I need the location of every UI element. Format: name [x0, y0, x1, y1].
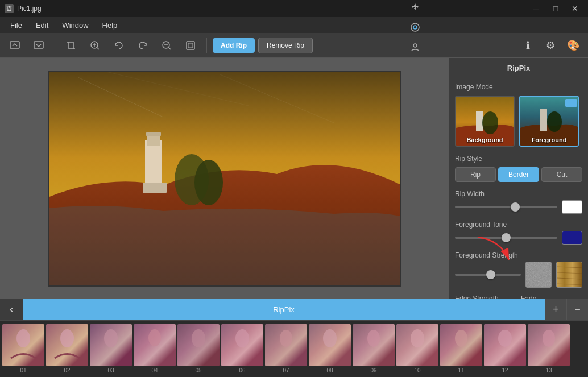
foreground-strength-texture2[interactable]	[556, 262, 582, 288]
menu-file[interactable]: File	[5, 19, 28, 32]
film-item-03[interactable]: 03	[90, 324, 132, 374]
film-num-05: 05	[177, 367, 220, 374]
rip-style-rip-button[interactable]: Rip	[455, 167, 496, 182]
rotate-left-tool-button[interactable]	[109, 35, 129, 56]
settings-tool-button[interactable]: ⚙	[540, 35, 561, 56]
crop-tool-button[interactable]	[61, 35, 81, 56]
person-tool-button[interactable]	[405, 38, 425, 58]
import-tool-button[interactable]	[5, 35, 25, 56]
zoom-out-tool-button[interactable]	[156, 35, 177, 56]
svg-point-45	[104, 329, 118, 347]
info-tool-button[interactable]: ℹ	[517, 35, 538, 56]
svg-point-13	[413, 26, 417, 29]
move-tool-button[interactable]	[405, 0, 425, 17]
zoom-in-tool-button[interactable]	[85, 35, 105, 56]
background-mode-label: Background	[466, 136, 503, 143]
svg-point-12	[411, 23, 419, 31]
film-num-03: 03	[90, 367, 132, 374]
maximize-button[interactable]: □	[547, 0, 564, 17]
film-item-11[interactable]: 11	[440, 324, 482, 374]
film-num-09: 09	[353, 367, 395, 374]
film-item-06[interactable]: 06	[221, 324, 263, 374]
edge-fade-row: Edge Strength Fade	[455, 295, 582, 299]
rip-style-cut-button[interactable]: Cut	[541, 167, 582, 182]
foreground-strength-slider[interactable]	[455, 274, 521, 276]
rip-width-slider[interactable]	[455, 206, 557, 208]
film-num-11: 11	[440, 367, 482, 374]
film-item-02[interactable]: 02	[46, 324, 88, 374]
svg-point-46	[148, 329, 161, 346]
menu-edit[interactable]: Edit	[30, 19, 54, 32]
film-item-07[interactable]: 07	[265, 324, 307, 374]
film-item-12[interactable]: 12	[484, 324, 526, 374]
film-num-07: 07	[265, 367, 307, 374]
film-item-09[interactable]: 09	[353, 324, 395, 374]
rip-width-controls	[455, 200, 582, 214]
rip-style-border-button[interactable]: Border	[498, 167, 539, 182]
film-num-08: 08	[309, 367, 351, 374]
filmstrip: 01 02 03 04	[0, 320, 588, 377]
toolbar-separator-1	[55, 38, 55, 53]
film-item-04[interactable]: 04	[134, 324, 176, 374]
panel-title: RipPix	[455, 64, 582, 76]
window-controls: ─ □ ✕	[528, 0, 583, 17]
foreground-strength-texture1[interactable]	[525, 262, 552, 288]
foreground-tone-color-swatch[interactable]	[562, 231, 582, 245]
svg-rect-1	[34, 42, 43, 48]
add-rip-button[interactable]: Add Rip	[213, 38, 255, 53]
film-item-05[interactable]: 05	[177, 324, 220, 374]
foreground-mode-label: Foreground	[532, 136, 567, 143]
svg-rect-37	[526, 262, 552, 288]
svg-rect-30	[540, 109, 547, 131]
svg-point-54	[498, 330, 512, 347]
export-tool-button[interactable]	[28, 35, 49, 56]
minimize-button[interactable]: ─	[528, 0, 545, 17]
menu-help[interactable]: Help	[97, 19, 123, 32]
foreground-strength-row: Foreground Strength	[455, 251, 582, 288]
foreground-tone-label: Foreground Tone	[455, 221, 582, 229]
film-item-01[interactable]: 01	[2, 324, 44, 374]
film-num-04: 04	[134, 367, 176, 374]
foreground-tone-slider-row: Foreground Tone	[455, 221, 582, 245]
film-item-08[interactable]: 08	[309, 324, 351, 374]
annotate-tool-button[interactable]	[405, 17, 425, 38]
menu-window[interactable]: Window	[56, 19, 94, 32]
svg-point-14	[413, 44, 417, 47]
canvas-area	[0, 58, 449, 299]
svg-rect-27	[476, 111, 483, 131]
film-item-13[interactable]: 13	[528, 324, 570, 374]
add-tab-button[interactable]: +	[545, 299, 566, 321]
rippix-tab[interactable]: RipPix	[23, 299, 545, 321]
foreground-mode-thumb[interactable]: Foreground	[519, 96, 579, 147]
image-mode-row: Background	[455, 96, 582, 147]
rip-style-label: Rip Style	[455, 155, 582, 163]
film-num-01: 01	[2, 367, 44, 374]
svg-point-33	[569, 101, 574, 105]
svg-point-28	[482, 111, 498, 134]
rip-width-color-swatch[interactable]	[562, 200, 582, 214]
remove-tab-button[interactable]: −	[566, 299, 588, 321]
bottom-tabs: RipPix + −	[0, 299, 588, 320]
remove-rip-button[interactable]: Remove Rip	[258, 38, 313, 53]
svg-point-50	[323, 329, 337, 347]
menu-bar: File Edit Window Help	[0, 17, 588, 33]
title-bar: 🖼 Pic1.jpg ─ □ ✕	[0, 0, 588, 17]
edge-strength-item: Edge Strength	[455, 295, 516, 299]
toolbar: Add Rip Remove Rip ℹ ⚙ 🎨	[0, 33, 588, 58]
svg-rect-22	[49, 72, 401, 287]
bottom-tab-arrow-left[interactable]	[0, 299, 23, 321]
rotate-right-tool-button[interactable]	[132, 35, 153, 56]
fit-tool-button[interactable]	[180, 35, 201, 56]
film-item-10[interactable]: 10	[396, 324, 438, 374]
svg-point-48	[235, 329, 249, 347]
svg-point-51	[367, 330, 380, 347]
foreground-tone-slider[interactable]	[455, 237, 557, 239]
rip-width-slider-row: Rip Width	[455, 190, 582, 214]
film-num-12: 12	[484, 367, 526, 374]
window-title: Pic1.jpg	[17, 5, 42, 13]
close-button[interactable]: ✕	[566, 0, 583, 17]
effects-tool-button[interactable]: 🎨	[563, 35, 583, 56]
background-mode-thumb[interactable]: Background	[455, 96, 515, 147]
svg-point-31	[547, 111, 562, 132]
svg-point-47	[192, 329, 205, 347]
